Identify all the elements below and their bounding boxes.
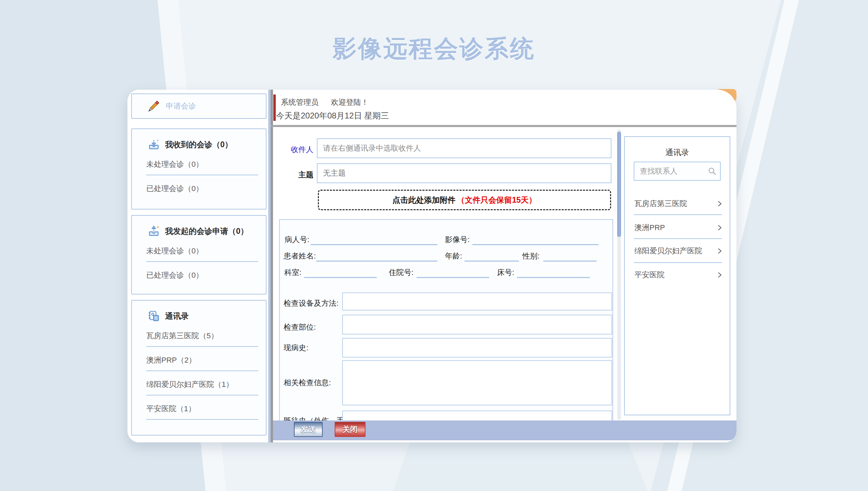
- divider: [146, 395, 258, 395]
- sidebar-item-initiated-consultations[interactable]: 我发起的会诊申请（0）: [147, 225, 266, 238]
- present-illness-label: 现病史:: [284, 343, 308, 353]
- pencil-icon: [147, 100, 160, 113]
- related-info-textarea[interactable]: [342, 360, 612, 405]
- contacts-section: 通讯录 瓦房店第三医院（5） 澳洲PRP（2） 绵阳爱贝尔妇产医院（1） 平安医…: [131, 300, 266, 436]
- contacts-header-label: 通讯录: [165, 311, 189, 322]
- present-illness-textarea[interactable]: [342, 338, 612, 357]
- addressbook-item-hospital-2[interactable]: 澳洲PRP: [634, 221, 722, 235]
- gender-input[interactable]: [543, 250, 597, 262]
- patient-info-box: 病人号: 影像号: 患者姓名: 年龄: 性别: 科室: 住院号: 床号: 检查设…: [279, 219, 613, 425]
- divider: [146, 419, 258, 420]
- date-line: 今天是2020年08月12日 星期三: [276, 110, 389, 121]
- logged-in-user: 系统管理员: [281, 98, 319, 106]
- main-left-border: [271, 90, 273, 442]
- sidebar-right-edge: [268, 90, 271, 442]
- recipient-label: 收件人: [281, 144, 313, 155]
- divider: [146, 370, 258, 371]
- page-title: 影像远程会诊系统: [0, 33, 868, 65]
- sidebar-contact-hospital-4[interactable]: 平安医院（1）: [146, 404, 266, 414]
- image-no-label: 影像号:: [445, 235, 470, 245]
- hospital-name: 平安医院: [634, 270, 665, 280]
- exam-part-label: 检查部位:: [284, 322, 316, 332]
- addressbook-item-hospital-4[interactable]: 平安医院: [634, 268, 722, 282]
- send-button[interactable]: 发送: [294, 422, 323, 437]
- chevron-right-icon: [717, 224, 722, 231]
- sidebar-item-unhandled-initiated[interactable]: 未处理会诊（0）: [146, 246, 266, 256]
- hospital-name: 绵阳爱贝尔妇产医院: [634, 246, 702, 256]
- sidebar-contact-hospital-2[interactable]: 澳洲PRP（2）: [146, 355, 266, 365]
- footer-bar: 发送 关闭: [273, 420, 736, 440]
- form-scrollbar-track[interactable]: [617, 129, 621, 420]
- admission-no-label: 住院号:: [389, 267, 413, 278]
- welcome-line: 系统管理员欢迎登陆！: [281, 97, 369, 108]
- received-header-label: 我收到的会诊（0）: [165, 139, 233, 150]
- chevron-right-icon: [717, 272, 722, 278]
- welcome-message: 欢迎登陆！: [331, 98, 369, 106]
- addressbook-item-hospital-3[interactable]: 绵阳爱贝尔妇产医院: [634, 244, 722, 258]
- sidebar-item-unhandled-received[interactable]: 未处理会诊（0）: [146, 159, 266, 169]
- device-method-label: 检查设备及方法:: [284, 298, 338, 309]
- inbox-upload-icon: [147, 225, 160, 238]
- department-input[interactable]: [304, 266, 377, 278]
- divider: [146, 175, 258, 175]
- sidebar-contact-hospital-1[interactable]: 瓦房店第三医院（5）: [146, 331, 266, 341]
- chevron-right-icon: [717, 200, 722, 207]
- attachment-dropzone[interactable]: 点击此处添加附件 （文件只会保留15天）: [318, 190, 611, 210]
- form-scrollbar-thumb[interactable]: [617, 131, 621, 237]
- sidebar-item-received-consultations[interactable]: 我收到的会诊（0）: [147, 138, 266, 151]
- attachment-label: 点击此处添加附件: [393, 195, 456, 205]
- initiated-consultations-section: 我发起的会诊申请（0） 未处理会诊（0） 已处理会诊（0）: [131, 215, 266, 294]
- contact-search-box: [634, 162, 721, 181]
- subject-label: 主题: [281, 170, 313, 180]
- divider: [146, 261, 258, 262]
- addressbook-panel: 通讯录 瓦房店第三医院 澳洲PRP: [624, 136, 730, 415]
- age-label: 年龄:: [445, 251, 462, 261]
- inbox-download-icon: [147, 138, 160, 151]
- subject-input[interactable]: [317, 163, 611, 183]
- device-method-textarea[interactable]: [342, 292, 612, 311]
- main-panel: 系统管理员欢迎登陆！ 今天是2020年08月12日 星期三 收件人 主题 点击此…: [271, 90, 736, 442]
- desktop-background: 影像远程会诊系统 申请会诊: [0, 0, 868, 491]
- received-consultations-section: 我收到的会诊（0） 未处理会诊（0） 已处理会诊（0）: [131, 128, 266, 210]
- contact-search-input[interactable]: [634, 162, 720, 180]
- bed-no-label: 床号:: [497, 267, 514, 278]
- addressbook-title: 通讯录: [625, 147, 730, 158]
- header-divider: [271, 125, 736, 127]
- hospital-name: 瓦房店第三医院: [634, 199, 687, 209]
- patient-no-input[interactable]: [311, 233, 437, 245]
- addressbook-item-hospital-1[interactable]: 瓦房店第三医院: [634, 197, 722, 211]
- sidebar-item-apply-consultation[interactable]: 申请会诊: [131, 93, 266, 119]
- exam-part-textarea[interactable]: [342, 315, 612, 335]
- sidebar-item-contacts[interactable]: 通讯录: [147, 310, 266, 323]
- chevron-right-icon: [717, 248, 722, 254]
- app-window: 申请会诊 我收到的会诊（0） 未处理会诊（0） 已处理会诊（0）: [127, 90, 736, 442]
- sidebar-contact-hospital-3[interactable]: 绵阳爱贝尔妇产医院（1）: [146, 379, 266, 390]
- sidebar: 申请会诊 我收到的会诊（0） 未处理会诊（0） 已处理会诊（0）: [127, 90, 268, 442]
- divider: [634, 238, 722, 239]
- image-no-input[interactable]: [472, 233, 598, 245]
- sidebar-item-handled-received[interactable]: 已处理会诊（0）: [146, 184, 266, 194]
- attachment-retention-warning: （文件只会保留15天）: [457, 195, 537, 205]
- related-info-label: 相关检查信息:: [284, 378, 331, 388]
- divider: [634, 262, 722, 263]
- patient-no-label: 病人号:: [285, 235, 309, 245]
- divider: [634, 214, 722, 215]
- address-book-icon: [147, 310, 160, 323]
- age-input[interactable]: [464, 250, 519, 262]
- bed-no-input[interactable]: [517, 266, 590, 278]
- divider: [146, 346, 258, 347]
- patient-name-input[interactable]: [316, 250, 437, 262]
- initiated-header-label: 我发起的会诊申请（0）: [165, 226, 248, 237]
- admission-no-input[interactable]: [417, 266, 489, 278]
- recipient-input[interactable]: [317, 138, 611, 158]
- header-accent-bar: [273, 95, 276, 121]
- gender-label: 性别:: [522, 251, 540, 261]
- apply-consultation-label: 申请会诊: [166, 101, 196, 111]
- department-label: 科室:: [284, 267, 301, 278]
- patient-name-label: 患者姓名:: [284, 251, 316, 261]
- search-icon: [708, 167, 717, 176]
- close-button[interactable]: 关闭: [335, 422, 365, 437]
- sidebar-item-handled-initiated[interactable]: 已处理会诊（0）: [146, 270, 266, 280]
- hospital-name: 澳洲PRP: [634, 223, 665, 233]
